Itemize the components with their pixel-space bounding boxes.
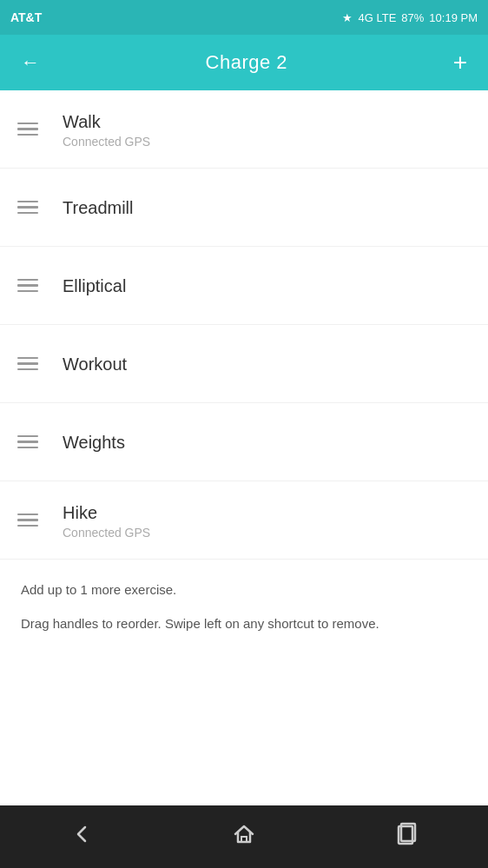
time-label: 10:19 PM [429, 11, 478, 24]
handle-line [17, 368, 38, 371]
nav-recent-icon [394, 822, 419, 852]
handle-line [17, 435, 38, 438]
exercise-info-hike: Hike Connected GPS [63, 501, 150, 540]
exercise-info-workout: Workout [63, 353, 127, 375]
handle-line [17, 514, 38, 516]
handle-line [17, 123, 38, 125]
exercise-info-treadmill: Treadmill [63, 196, 134, 219]
handle-line [17, 290, 38, 293]
list-item[interactable]: Hike Connected GPS [0, 481, 488, 560]
handle-line [17, 519, 38, 521]
drag-info-text: Drag handles to reorder. Swipe left on a… [21, 614, 467, 634]
nav-home-icon [232, 822, 256, 852]
handle-line [17, 441, 38, 443]
drag-handle-weights[interactable] [17, 435, 38, 449]
handle-line [17, 357, 38, 360]
handle-line [17, 525, 38, 527]
nav-back-button[interactable] [56, 815, 108, 858]
back-button[interactable]: ← [14, 44, 47, 81]
exercise-list: Walk Connected GPS Treadmill Elliptical [0, 90, 488, 665]
app-bar: ← Charge 2 + [0, 35, 488, 90]
carrier-label: AT&T [10, 10, 42, 24]
exercise-subtitle: Connected GPS [63, 526, 150, 540]
handle-line [17, 134, 38, 136]
drag-handle-walk[interactable] [17, 123, 38, 136]
nav-home-button[interactable] [218, 815, 270, 858]
exercise-subtitle: Connected GPS [63, 135, 150, 149]
handle-line [17, 284, 38, 287]
list-item[interactable]: Elliptical [0, 247, 488, 325]
exercise-name: Walk [63, 110, 150, 133]
list-item[interactable]: Walk Connected GPS [0, 90, 488, 169]
handle-line [17, 447, 38, 449]
list-item[interactable]: Treadmill [0, 169, 488, 247]
page-title: Charge 2 [206, 51, 288, 74]
exercise-name: Elliptical [63, 275, 126, 297]
exercise-name: Treadmill [63, 196, 134, 219]
drag-handle-elliptical[interactable] [17, 279, 38, 293]
handle-line [17, 128, 38, 130]
handle-line [17, 362, 38, 365]
instructions-section: Add up to 1 more exercise. Drag handles … [0, 560, 488, 633]
add-button[interactable]: + [446, 42, 474, 83]
drag-handle-hike[interactable] [17, 514, 38, 527]
exercise-name: Weights [63, 431, 125, 454]
drag-handle-treadmill[interactable] [17, 201, 38, 215]
exercise-info-walk: Walk Connected GPS [63, 110, 150, 149]
bluetooth-icon: ★ [342, 11, 353, 24]
nav-back-icon [69, 822, 94, 852]
battery-label: 87% [401, 11, 424, 24]
status-right-group: ★ 4G LTE 87% 10:19 PM [342, 11, 478, 24]
handle-line [17, 201, 38, 203]
status-bar: AT&T ★ 4G LTE 87% 10:19 PM [0, 0, 488, 35]
exercise-name: Workout [63, 353, 127, 375]
drag-handle-workout[interactable] [17, 357, 38, 371]
list-item[interactable]: Weights [0, 403, 488, 481]
exercise-info-weights: Weights [63, 431, 125, 454]
exercise-name: Hike [63, 501, 150, 524]
lte-label: 4G LTE [358, 11, 396, 24]
list-item[interactable]: Workout [0, 325, 488, 403]
svg-rect-0 [241, 837, 247, 842]
add-more-text: Add up to 1 more exercise. [21, 580, 467, 600]
handle-line [17, 212, 38, 215]
exercise-info-elliptical: Elliptical [63, 275, 126, 297]
handle-line [17, 206, 38, 209]
nav-recent-button[interactable] [380, 815, 432, 858]
handle-line [17, 279, 38, 282]
bottom-nav [0, 805, 488, 868]
